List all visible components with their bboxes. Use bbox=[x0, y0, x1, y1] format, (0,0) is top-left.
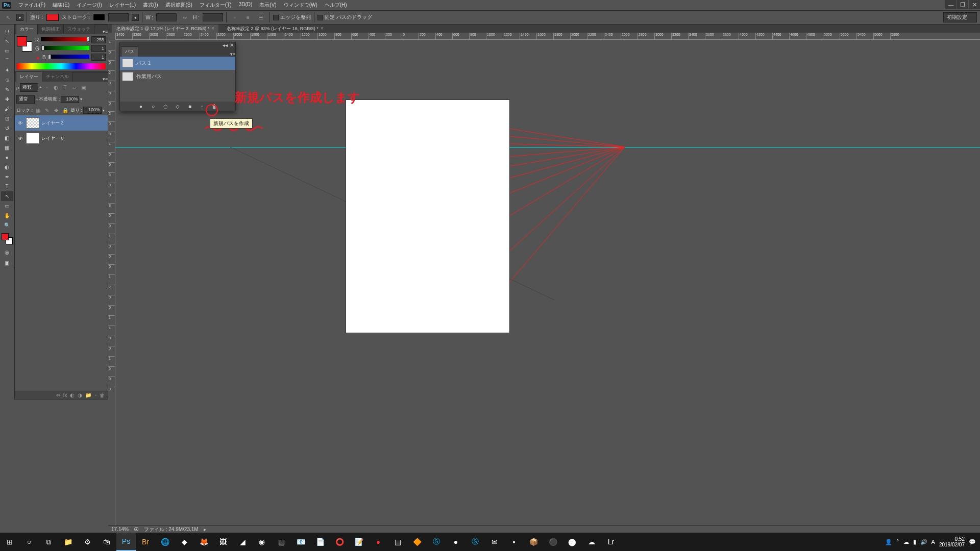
dodge-tool[interactable]: ◐ bbox=[1, 162, 13, 172]
delete-path-icon[interactable]: 🗑 bbox=[211, 104, 218, 109]
explorer-icon[interactable]: 📁 bbox=[58, 533, 78, 551]
path-item[interactable]: パス 1 bbox=[120, 57, 235, 70]
onedrive-icon[interactable]: ☁ bbox=[903, 539, 909, 545]
notification-icon[interactable]: 💬 bbox=[969, 539, 976, 545]
panel-menu-icon[interactable]: ▾≡ bbox=[230, 52, 235, 57]
app10-icon[interactable]: 📦 bbox=[524, 533, 543, 551]
start-button[interactable]: ⊞ bbox=[0, 533, 19, 551]
menu-item[interactable]: ヘルプ(H) bbox=[322, 0, 350, 10]
lock-all-icon[interactable]: 🔒 bbox=[61, 107, 69, 114]
new-layer-icon[interactable]: ▫ bbox=[94, 392, 96, 398]
cortana-icon[interactable]: ○ bbox=[19, 533, 39, 551]
workspace-preset-select[interactable]: 初期設定 bbox=[943, 12, 977, 22]
crop-tool[interactable]: ⟃ bbox=[1, 75, 13, 85]
blend-mode-select[interactable]: 通常 bbox=[16, 95, 35, 104]
menu-item[interactable]: ファイル(F) bbox=[15, 0, 48, 10]
tab-adjustments[interactable]: 色調補正 bbox=[37, 24, 64, 34]
notepad-icon[interactable]: 📝 bbox=[349, 533, 369, 551]
app3-icon[interactable]: ◉ bbox=[252, 533, 272, 551]
new-path-icon[interactable]: ▫ bbox=[199, 104, 206, 109]
screenmode-icon[interactable]: ▣ bbox=[1, 258, 13, 268]
delete-layer-icon[interactable]: 🗑 bbox=[100, 392, 105, 398]
fixed-drag-checkbox[interactable] bbox=[317, 15, 323, 20]
filter-smart-icon[interactable]: ▣ bbox=[80, 84, 88, 91]
jp-icon[interactable]: ● bbox=[446, 533, 465, 551]
app4-icon[interactable]: ▦ bbox=[272, 533, 291, 551]
stroke-type-dropdown[interactable]: ▼ bbox=[132, 14, 139, 21]
menu-item[interactable]: 選択範囲(S) bbox=[162, 0, 195, 10]
store-icon[interactable]: 🛍 bbox=[97, 533, 116, 551]
align-edges-checkbox[interactable] bbox=[273, 15, 279, 20]
hue-bar[interactable] bbox=[17, 63, 106, 69]
app6-icon[interactable]: 📄 bbox=[310, 533, 330, 551]
layer-name[interactable]: レイヤー 0 bbox=[41, 135, 64, 142]
blur-tool[interactable]: ● bbox=[1, 153, 13, 162]
move-tool[interactable]: ↖ bbox=[1, 36, 13, 46]
brush-tool[interactable]: 🖌 bbox=[1, 104, 13, 114]
r-value[interactable]: 255 bbox=[91, 36, 106, 43]
gradient-tool[interactable]: ▦ bbox=[1, 143, 13, 153]
panel-color-swatches[interactable] bbox=[17, 36, 32, 52]
close-button[interactable]: ✕ bbox=[969, 0, 980, 9]
link-icon[interactable]: ⇔ bbox=[180, 12, 190, 22]
filter-image-icon[interactable]: ▫ bbox=[43, 84, 51, 91]
r-slider[interactable] bbox=[41, 37, 89, 42]
tab-channels[interactable]: チャンネル bbox=[42, 71, 73, 82]
tab-paths[interactable]: パス bbox=[121, 46, 138, 57]
arrange-icon[interactable]: ☰ bbox=[256, 12, 266, 22]
stroke-width-input[interactable] bbox=[108, 13, 129, 21]
app11-icon[interactable]: ⚫ bbox=[543, 533, 562, 551]
bridge-taskbar-icon[interactable]: Br bbox=[136, 533, 155, 551]
g-value[interactable]: 1 bbox=[91, 45, 106, 52]
tool-preset-dropdown[interactable]: ▼ bbox=[16, 14, 23, 21]
lock-pos-icon[interactable]: ✥ bbox=[52, 107, 60, 114]
history-brush-tool[interactable]: ↺ bbox=[1, 123, 13, 133]
minimize-button[interactable]: — bbox=[945, 0, 957, 9]
layer-item[interactable]: 👁レイヤー 0 bbox=[15, 131, 108, 146]
tab-swatches[interactable]: スウォッチ bbox=[63, 24, 94, 34]
path-ops-icon[interactable]: ▫ bbox=[230, 12, 240, 22]
layer-thumbnail[interactable] bbox=[26, 117, 39, 129]
filter-shape-icon[interactable]: ▱ bbox=[70, 84, 79, 91]
app2-icon[interactable]: ◢ bbox=[233, 533, 252, 551]
foreground-color[interactable] bbox=[2, 233, 9, 240]
fx-icon[interactable]: fx bbox=[63, 392, 67, 398]
eyedropper-tool[interactable]: ✎ bbox=[1, 85, 13, 94]
app13-icon[interactable]: ☁ bbox=[582, 533, 601, 551]
adjustment-icon[interactable]: ◑ bbox=[78, 392, 82, 398]
tray-chevron-icon[interactable]: ˄ bbox=[896, 539, 899, 545]
menu-item[interactable]: 編集(E) bbox=[50, 0, 72, 10]
path-item[interactable]: 作業用パス bbox=[120, 70, 235, 83]
record-icon[interactable]: ● bbox=[369, 533, 388, 551]
ruler-horizontal[interactable]: 3400320030002800260024002200200018001600… bbox=[115, 33, 980, 40]
stroke-swatch[interactable] bbox=[93, 14, 105, 21]
zoom-tool[interactable]: 🔍 bbox=[1, 220, 13, 230]
marquee-tool[interactable]: ▭ bbox=[1, 46, 13, 56]
lightroom-icon[interactable]: Lr bbox=[601, 533, 621, 551]
collapse-icon[interactable]: ◂◂ bbox=[223, 42, 228, 48]
path-name[interactable]: 作業用パス bbox=[136, 73, 162, 80]
color-swatches[interactable] bbox=[2, 233, 13, 244]
selection-path-icon[interactable]: ◌ bbox=[162, 104, 169, 109]
panel-menu-icon[interactable]: ▾≡ bbox=[103, 29, 108, 34]
move-tool-icon[interactable]: ↖ bbox=[3, 12, 13, 22]
firefox-icon[interactable]: 🦊 bbox=[194, 533, 213, 551]
volume-icon[interactable]: 🔊 bbox=[920, 539, 927, 545]
filter-adjust-icon[interactable]: ◐ bbox=[52, 84, 60, 91]
close-panel-icon[interactable]: ✕ bbox=[230, 42, 234, 48]
app-icon[interactable]: ⚙ bbox=[78, 533, 97, 551]
photos-icon[interactable]: 🖼 bbox=[213, 533, 233, 551]
handle-icon[interactable]: ⫶⫶ bbox=[1, 27, 13, 36]
visibility-icon[interactable]: 👁 bbox=[17, 136, 24, 141]
hand-tool[interactable]: ✋ bbox=[1, 211, 13, 220]
stroke-path-icon[interactable]: ○ bbox=[150, 104, 157, 109]
stamp-tool[interactable]: ⊡ bbox=[1, 114, 13, 123]
quickmask-icon[interactable]: ◎ bbox=[1, 247, 13, 257]
menu-item[interactable]: イメージ(I) bbox=[74, 0, 105, 10]
app5-icon[interactable]: 📧 bbox=[291, 533, 310, 551]
taskview-icon[interactable]: ⧉ bbox=[39, 533, 58, 551]
menu-item[interactable]: 書式(I) bbox=[140, 0, 161, 10]
filter-type-icon[interactable]: T bbox=[61, 84, 69, 91]
wand-tool[interactable]: ✦ bbox=[1, 65, 13, 75]
edge-icon[interactable]: 🌐 bbox=[155, 533, 175, 551]
